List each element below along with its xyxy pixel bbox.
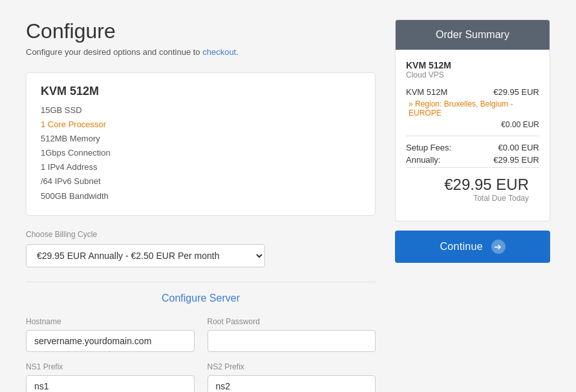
billing-cycle-select[interactable]: €29.95 EUR Annually - €2.50 EUR Per mont… [26,244,265,267]
arrow-icon: ➔ [491,240,506,254]
spec-ssd: 15GB SSD [41,103,361,118]
summary-total-label: Total Due Today [416,194,529,203]
sidebar: Order Summary KVM 512M Cloud VPS KVM 512… [395,19,550,392]
summary-setup-fees: Setup Fees: €0.00 EUR [406,143,539,152]
configure-server-section: Configure Server Hostname Root Password … [26,282,376,392]
continue-button-label: Continue [440,241,482,252]
hostname-group: Hostname [26,317,195,352]
summary-annually: Annually: €29.95 EUR [406,155,539,165]
page-title: Configure [26,19,376,43]
summary-annually-label: Annually: [406,155,440,165]
main-content: Configure Configure your desired options… [26,19,376,392]
summary-total-section: €29.95 EUR Total Due Today [406,167,539,211]
continue-button[interactable]: Continue ➔ [395,231,550,263]
product-name: KVM 512M [41,85,361,98]
ns2-prefix-group: NS2 Prefix [208,362,376,392]
billing-section: Choose Billing Cycle €29.95 EUR Annually… [26,230,376,267]
summary-sub-line: » Region: Bruxelles, Belgium - EUROPE [406,99,539,118]
order-summary-card: Order Summary KVM 512M Cloud VPS KVM 512… [395,19,550,222]
hostname-label: Hostname [26,317,195,326]
root-password-input[interactable] [208,330,376,352]
checkout-link[interactable]: checkout [202,47,236,57]
summary-product-name: KVM 512M [406,60,539,70]
order-summary-body: KVM 512M Cloud VPS KVM 512M €29.95 EUR »… [396,50,549,221]
billing-cycle-label: Choose Billing Cycle [26,230,376,239]
spec-memory: 512MB Memory [41,132,361,146]
root-password-group: Root Password [208,317,376,352]
spec-ipv4: 1 IPv4 Address [41,160,361,174]
ns1-prefix-input[interactable] [26,375,195,392]
spec-bandwidth: 500GB Bandwidth [41,189,361,203]
summary-line-item-price: €29.95 EUR [493,87,539,97]
form-row-2: NS1 Prefix NS2 Prefix [26,362,376,392]
summary-line-item-label: KVM 512M [406,87,447,97]
summary-sub-line-label: » Region: Bruxelles, Belgium - EUROPE [409,99,539,118]
summary-setup-fees-label: Setup Fees: [406,143,451,152]
root-password-label: Root Password [208,317,376,326]
product-specs: 15GB SSD 1 Core Processor 512MB Memory 1… [41,103,361,203]
summary-sub-line-price-value: €0.00 EUR [501,120,539,129]
spec-cpu: 1 Core Processor [41,118,361,132]
spec-connection: 1Gbps Connection [41,146,361,160]
ns1-prefix-label: NS1 Prefix [26,362,195,371]
summary-line-item: KVM 512M €29.95 EUR [406,87,539,97]
ns2-prefix-input[interactable] [208,375,376,392]
order-summary-header: Order Summary [396,20,549,50]
ns2-prefix-label: NS2 Prefix [208,362,376,371]
hostname-input[interactable] [26,330,195,352]
summary-setup-fees-value: €0.00 EUR [498,143,539,152]
summary-total-amount: €29.95 EUR [416,176,529,194]
spec-ipv6: /64 IPv6 Subnet [41,174,361,189]
product-card: KVM 512M 15GB SSD 1 Core Processor 512MB… [26,72,376,216]
ns1-prefix-group: NS1 Prefix [26,362,195,392]
page-subtitle: Configure your desired options and conti… [26,47,376,57]
summary-product-type: Cloud VPS [406,70,539,79]
summary-divider [406,136,539,136]
summary-annually-value: €29.95 EUR [493,155,539,165]
summary-sub-line-price: €0.00 EUR [406,120,539,129]
form-row-1: Hostname Root Password [26,317,376,352]
configure-server-title: Configure Server [26,293,376,304]
